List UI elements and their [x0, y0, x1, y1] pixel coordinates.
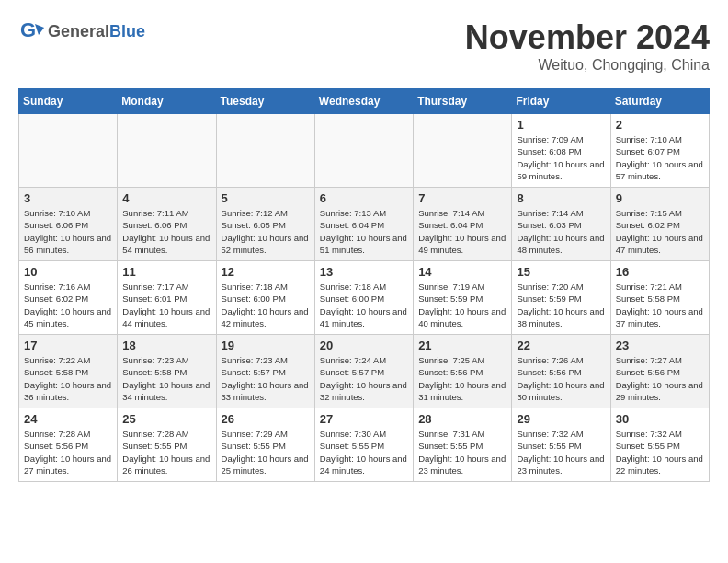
calendar-body: 1Sunrise: 7:09 AMSunset: 6:08 PMDaylight…: [19, 114, 710, 482]
day-info: Sunrise: 7:32 AMSunset: 5:55 PMDaylight:…: [616, 428, 704, 477]
day-number: 4: [122, 191, 210, 205]
calendar-cell: 14Sunrise: 7:19 AMSunset: 5:59 PMDayligh…: [414, 261, 512, 335]
calendar-cell: 2Sunrise: 7:10 AMSunset: 6:07 PMDaylight…: [610, 114, 709, 188]
day-info: Sunrise: 7:12 AMSunset: 6:05 PMDaylight:…: [222, 207, 310, 256]
svg-text:G: G: [20, 18, 36, 41]
day-number: 15: [517, 265, 605, 279]
weekday-header-thursday: Thursday: [414, 89, 512, 114]
calendar-cell: 9Sunrise: 7:15 AMSunset: 6:02 PMDaylight…: [610, 188, 709, 261]
day-info: Sunrise: 7:19 AMSunset: 5:59 PMDaylight:…: [418, 281, 506, 329]
day-number: 9: [616, 191, 704, 205]
logo-icon: G: [18, 18, 44, 44]
day-info: Sunrise: 7:29 AMSunset: 5:55 PMDaylight:…: [222, 428, 310, 477]
day-info: Sunrise: 7:18 AMSunset: 6:00 PMDaylight:…: [222, 281, 310, 329]
calendar-cell: 22Sunrise: 7:26 AMSunset: 5:56 PMDayligh…: [512, 335, 610, 408]
day-number: 18: [122, 339, 210, 352]
day-info: Sunrise: 7:21 AMSunset: 5:58 PMDaylight:…: [616, 281, 704, 329]
day-number: 1: [517, 118, 605, 132]
day-info: Sunrise: 7:20 AMSunset: 5:59 PMDaylight:…: [517, 281, 605, 329]
calendar-cell: 18Sunrise: 7:23 AMSunset: 5:58 PMDayligh…: [118, 335, 216, 408]
day-number: 23: [616, 339, 704, 352]
day-info: Sunrise: 7:23 AMSunset: 5:58 PMDaylight:…: [122, 354, 210, 403]
calendar-week-2: 3Sunrise: 7:10 AMSunset: 6:06 PMDaylight…: [19, 188, 710, 261]
day-number: 7: [418, 191, 506, 205]
day-number: 24: [24, 412, 112, 426]
calendar-cell: 25Sunrise: 7:28 AMSunset: 5:55 PMDayligh…: [118, 408, 216, 482]
calendar-cell: 20Sunrise: 7:24 AMSunset: 5:57 PMDayligh…: [314, 335, 413, 408]
day-info: Sunrise: 7:27 AMSunset: 5:56 PMDaylight:…: [616, 354, 704, 403]
svg-marker-2: [35, 24, 44, 35]
weekday-header-monday: Monday: [118, 89, 216, 114]
day-info: Sunrise: 7:25 AMSunset: 5:56 PMDaylight:…: [418, 354, 506, 403]
day-number: 3: [24, 191, 112, 205]
calendar-cell: 15Sunrise: 7:20 AMSunset: 5:59 PMDayligh…: [512, 261, 610, 335]
calendar-cell: 11Sunrise: 7:17 AMSunset: 6:01 PMDayligh…: [118, 261, 216, 335]
day-info: Sunrise: 7:31 AMSunset: 5:55 PMDaylight:…: [418, 428, 506, 477]
calendar-cell: 7Sunrise: 7:14 AMSunset: 6:04 PMDaylight…: [414, 188, 512, 261]
day-info: Sunrise: 7:17 AMSunset: 6:01 PMDaylight:…: [122, 281, 210, 329]
day-info: Sunrise: 7:32 AMSunset: 5:55 PMDaylight:…: [517, 428, 605, 477]
weekday-header-friday: Friday: [512, 89, 610, 114]
calendar-cell: 1Sunrise: 7:09 AMSunset: 6:08 PMDaylight…: [512, 114, 610, 188]
day-number: 17: [24, 339, 112, 352]
day-number: 13: [320, 265, 408, 279]
calendar-cell: 17Sunrise: 7:22 AMSunset: 5:58 PMDayligh…: [19, 335, 118, 408]
day-number: 14: [418, 265, 506, 279]
calendar-cell: 28Sunrise: 7:31 AMSunset: 5:55 PMDayligh…: [414, 408, 512, 482]
day-info: Sunrise: 7:22 AMSunset: 5:58 PMDaylight:…: [24, 354, 112, 403]
day-info: Sunrise: 7:13 AMSunset: 6:04 PMDaylight:…: [320, 207, 408, 256]
weekday-header-saturday: Saturday: [610, 89, 709, 114]
day-number: 20: [320, 339, 408, 352]
calendar-cell: 16Sunrise: 7:21 AMSunset: 5:58 PMDayligh…: [610, 261, 709, 335]
day-number: 16: [616, 265, 704, 279]
day-number: 22: [517, 339, 605, 352]
logo-general: General: [48, 22, 109, 40]
calendar-cell: 27Sunrise: 7:30 AMSunset: 5:55 PMDayligh…: [314, 408, 413, 482]
day-info: Sunrise: 7:18 AMSunset: 6:00 PMDaylight:…: [320, 281, 408, 329]
weekday-header-tuesday: Tuesday: [216, 89, 314, 114]
day-info: Sunrise: 7:11 AMSunset: 6:06 PMDaylight:…: [122, 207, 210, 256]
logo-blue: Blue: [109, 22, 145, 40]
calendar-cell: 4Sunrise: 7:11 AMSunset: 6:06 PMDaylight…: [118, 188, 216, 261]
day-number: 10: [24, 265, 112, 279]
day-info: Sunrise: 7:28 AMSunset: 5:56 PMDaylight:…: [24, 428, 112, 477]
day-info: Sunrise: 7:23 AMSunset: 5:57 PMDaylight:…: [222, 354, 310, 403]
day-number: 8: [517, 191, 605, 205]
calendar-cell: 3Sunrise: 7:10 AMSunset: 6:06 PMDaylight…: [19, 188, 118, 261]
day-number: 11: [122, 265, 210, 279]
calendar-cell: 30Sunrise: 7:32 AMSunset: 5:55 PMDayligh…: [610, 408, 709, 482]
calendar-week-5: 24Sunrise: 7:28 AMSunset: 5:56 PMDayligh…: [19, 408, 710, 482]
day-info: Sunrise: 7:14 AMSunset: 6:03 PMDaylight:…: [517, 207, 605, 256]
day-number: 19: [222, 339, 310, 352]
calendar-table: SundayMondayTuesdayWednesdayThursdayFrid…: [18, 88, 710, 482]
title-block: November 2024 Weituo, Chongqing, China: [465, 18, 710, 74]
day-info: Sunrise: 7:16 AMSunset: 6:02 PMDaylight:…: [24, 281, 112, 329]
calendar-cell: 8Sunrise: 7:14 AMSunset: 6:03 PMDaylight…: [512, 188, 610, 261]
day-info: Sunrise: 7:14 AMSunset: 6:04 PMDaylight:…: [418, 207, 506, 256]
calendar-cell: 10Sunrise: 7:16 AMSunset: 6:02 PMDayligh…: [19, 261, 118, 335]
calendar-cell: [314, 114, 413, 188]
day-info: Sunrise: 7:10 AMSunset: 6:06 PMDaylight:…: [24, 207, 112, 256]
calendar-cell: [118, 114, 216, 188]
location-title: Weituo, Chongqing, China: [465, 57, 710, 74]
day-number: 28: [418, 412, 506, 426]
day-number: 25: [122, 412, 210, 426]
calendar-cell: [414, 114, 512, 188]
calendar-week-3: 10Sunrise: 7:16 AMSunset: 6:02 PMDayligh…: [19, 261, 710, 335]
calendar-week-4: 17Sunrise: 7:22 AMSunset: 5:58 PMDayligh…: [19, 335, 710, 408]
day-info: Sunrise: 7:15 AMSunset: 6:02 PMDaylight:…: [616, 207, 704, 256]
calendar-cell: 12Sunrise: 7:18 AMSunset: 6:00 PMDayligh…: [216, 261, 314, 335]
calendar-cell: 13Sunrise: 7:18 AMSunset: 6:00 PMDayligh…: [314, 261, 413, 335]
calendar-cell: 24Sunrise: 7:28 AMSunset: 5:56 PMDayligh…: [19, 408, 118, 482]
day-number: 30: [616, 412, 704, 426]
day-number: 6: [320, 191, 408, 205]
weekday-header-wednesday: Wednesday: [314, 89, 413, 114]
logo: G GeneralBlue: [18, 18, 145, 44]
calendar-cell: 29Sunrise: 7:32 AMSunset: 5:55 PMDayligh…: [512, 408, 610, 482]
day-info: Sunrise: 7:24 AMSunset: 5:57 PMDaylight:…: [320, 354, 408, 403]
day-number: 21: [418, 339, 506, 352]
calendar-cell: 26Sunrise: 7:29 AMSunset: 5:55 PMDayligh…: [216, 408, 314, 482]
day-info: Sunrise: 7:10 AMSunset: 6:07 PMDaylight:…: [616, 133, 704, 182]
day-info: Sunrise: 7:09 AMSunset: 6:08 PMDaylight:…: [517, 133, 605, 182]
month-title: November 2024: [465, 18, 710, 57]
